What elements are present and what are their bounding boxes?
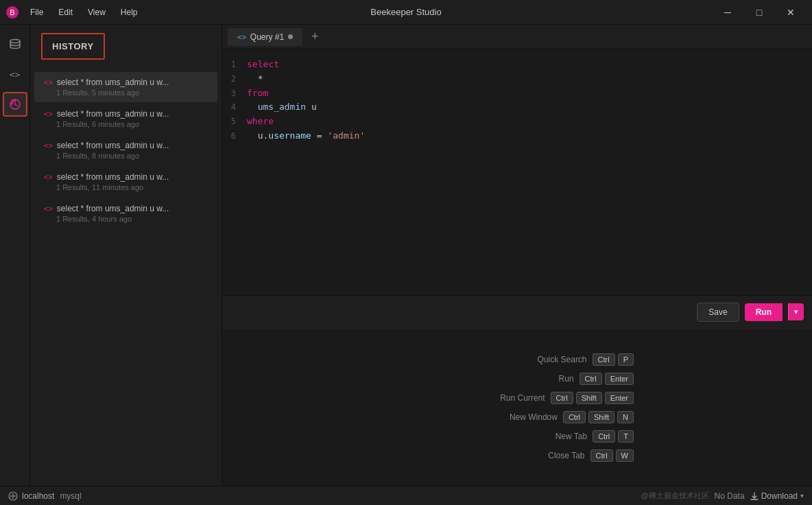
- query-icon: <>: [44, 141, 53, 150]
- code-line-4: 4 ums_admin u: [222, 100, 812, 115]
- history-meta: 1 Results, 11 minutes ago: [44, 183, 208, 191]
- tab-bar: <> Query #1 +: [222, 25, 812, 49]
- history-item[interactable]: <> select * from ums_admin u w... 1 Resu…: [34, 104, 217, 134]
- shortcut-keys: Ctrl P: [593, 353, 634, 366]
- history-meta: 1 Results, 5 minutes ago: [44, 89, 208, 97]
- watermark: @稀土掘金技术社区: [641, 491, 708, 501]
- history-panel: HISTORY <> select * from ums_admin u w..…: [30, 25, 222, 486]
- sidebar-icon-database[interactable]: [3, 32, 27, 56]
- query-icon: <>: [44, 173, 53, 181]
- tab-code-icon: <>: [237, 33, 246, 41]
- query-tab[interactable]: <> Query #1: [228, 28, 302, 46]
- shortcut-keys: Ctrl W: [590, 449, 634, 462]
- code-line-2: 2 *: [222, 72, 812, 86]
- key-badge: Enter: [605, 373, 634, 385]
- code-line-3: 3 from: [222, 86, 812, 101]
- connection-name: localhost: [22, 491, 54, 501]
- history-meta: 1 Results, 8 minutes ago: [44, 152, 208, 160]
- key-badge: P: [618, 353, 634, 366]
- menu-view[interactable]: View: [81, 5, 112, 20]
- titlebar: B File Edit View Help Beekeeper Studio ─…: [0, 0, 812, 25]
- shortcut-label: New Window: [401, 412, 558, 422]
- key-badge: Ctrl: [590, 449, 613, 462]
- shortcut-run-current: Run Current Ctrl Shift Enter: [401, 392, 634, 404]
- maximize-button[interactable]: □: [743, 0, 775, 25]
- key-badge: W: [616, 449, 634, 462]
- shortcut-new-window: New Window Ctrl Shift N: [401, 411, 634, 423]
- shortcut-new-tab: New Tab Ctrl T: [401, 430, 634, 443]
- key-badge: N: [617, 411, 634, 423]
- shortcut-close-tab: Close Tab Ctrl W: [401, 449, 634, 462]
- tab-modified-dot: [288, 34, 293, 39]
- key-badge: Ctrl: [551, 392, 573, 404]
- tab-label: Query #1: [250, 32, 284, 42]
- shortcut-keys: Ctrl T: [593, 430, 634, 443]
- connection-status[interactable]: localhost: [8, 491, 54, 501]
- run-dropdown-button[interactable]: ▾: [788, 303, 804, 320]
- key-badge: Ctrl: [563, 411, 586, 423]
- shortcut-quick-search: Quick Search Ctrl P: [401, 353, 634, 366]
- key-badge: Ctrl: [580, 373, 602, 385]
- status-bar: localhost mysql @稀土掘金技术社区 No Data Downlo…: [0, 486, 812, 505]
- close-button[interactable]: ✕: [775, 0, 807, 25]
- history-title: HISTORY: [41, 33, 105, 60]
- code-editor[interactable]: 1 select 2 * 3 from 4 ums_admin u 5 wher…: [222, 49, 812, 295]
- history-item[interactable]: <> select * from ums_admin u w... 1 Resu…: [34, 72, 217, 102]
- sidebar-icon-code[interactable]: <>: [3, 62, 27, 86]
- window-controls: ─ □ ✕: [712, 0, 807, 25]
- run-button[interactable]: Run: [745, 303, 783, 321]
- history-item[interactable]: <> select * from ums_admin u w... 1 Resu…: [34, 198, 217, 228]
- minimize-button[interactable]: ─: [712, 0, 743, 25]
- shortcut-label: Run Current: [401, 393, 545, 403]
- app-logo: B: [5, 5, 19, 19]
- code-line-1: 1 select: [222, 58, 812, 72]
- shortcut-run: Run Ctrl Enter: [401, 373, 634, 385]
- shortcut-label: Run: [401, 374, 574, 384]
- history-item[interactable]: <> select * from ums_admin u w... 1 Resu…: [34, 167, 217, 197]
- menu-file[interactable]: File: [23, 5, 50, 20]
- shortcut-keys: Ctrl Shift Enter: [551, 392, 634, 404]
- sidebar-icon-history[interactable]: [3, 92, 27, 117]
- svg-text:B: B: [10, 8, 14, 16]
- history-query-text: <> select * from ums_admin u w...: [44, 141, 208, 150]
- sidebar-icons: <>: [0, 25, 30, 486]
- editor-area: <> Query #1 + 1 select 2 * 3 from 4 u: [222, 25, 812, 486]
- shortcut-label: Quick Search: [401, 355, 587, 364]
- code-line-6: 6 u.username = 'admin': [222, 129, 812, 143]
- editor-toolbar: Save Run ▾: [222, 295, 812, 328]
- key-badge: Ctrl: [593, 430, 615, 443]
- shortcut-keys: Ctrl Enter: [580, 373, 634, 385]
- shortcuts-panel: Quick Search Ctrl P Run Ctrl Enter Run C…: [222, 328, 812, 486]
- key-badge: Shift: [576, 392, 602, 404]
- key-badge: Enter: [605, 392, 634, 404]
- app-title: Beekeeper Studio: [370, 7, 441, 17]
- code-line-5: 5 where: [222, 115, 812, 129]
- history-list: <> select * from ums_admin u w... 1 Resu…: [30, 68, 222, 486]
- key-badge: Shift: [588, 411, 614, 423]
- download-button[interactable]: Download ▾: [750, 491, 804, 501]
- history-query-text: <> select * from ums_admin u w...: [44, 78, 208, 87]
- key-badge: Ctrl: [593, 353, 615, 366]
- history-meta: 1 Results, 6 minutes ago: [44, 120, 208, 128]
- history-item[interactable]: <> select * from ums_admin u w... 1 Resu…: [34, 135, 217, 165]
- no-data-status: No Data: [715, 491, 745, 501]
- menu-help[interactable]: Help: [114, 5, 145, 20]
- shortcut-keys: Ctrl Shift N: [563, 411, 634, 423]
- main-layout: <> HISTORY <> select * from ums_admin u …: [0, 25, 812, 486]
- save-button[interactable]: Save: [697, 303, 739, 322]
- menu-bar: File Edit View Help: [23, 5, 145, 20]
- shortcut-label: Close Tab: [401, 451, 585, 460]
- history-meta: 1 Results, 4 hours ago: [44, 215, 208, 223]
- download-label: Download: [761, 491, 798, 501]
- add-tab-button[interactable]: +: [305, 27, 324, 47]
- history-query-text: <> select * from ums_admin u w...: [44, 172, 208, 182]
- svg-point-2: [10, 40, 20, 43]
- key-badge: T: [618, 430, 634, 443]
- query-icon: <>: [44, 78, 53, 86]
- history-query-text: <> select * from ums_admin u w...: [44, 204, 208, 213]
- query-icon: <>: [44, 204, 53, 213]
- history-query-text: <> select * from ums_admin u w...: [44, 109, 208, 119]
- menu-edit[interactable]: Edit: [51, 5, 80, 20]
- database-name: mysql: [60, 491, 81, 501]
- shortcut-label: New Tab: [401, 432, 587, 441]
